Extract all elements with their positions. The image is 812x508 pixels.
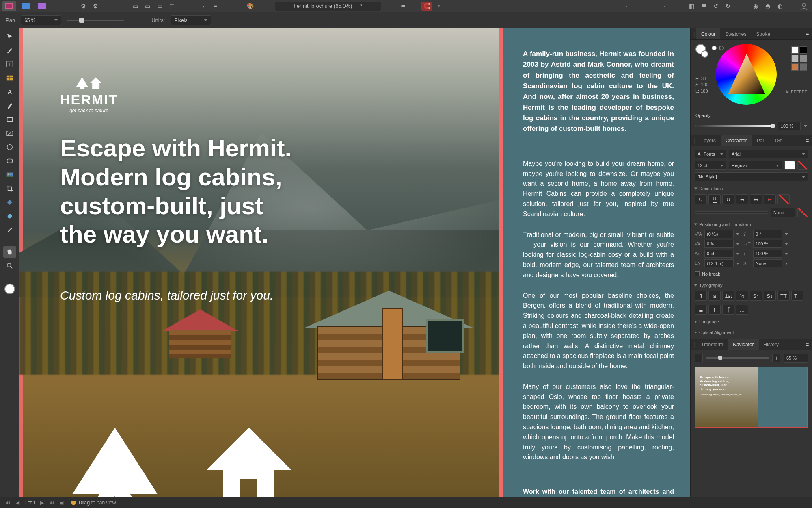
vscale-field[interactable]: 100 % [753, 250, 782, 258]
units-select[interactable]: Pixels [171, 15, 211, 25]
opacity-field[interactable]: 100 % [778, 122, 801, 130]
rectangle-tool[interactable] [3, 114, 16, 125]
hscale-field[interactable]: 100 % [753, 240, 782, 248]
colour-swatch-foreground[interactable] [3, 282, 16, 296]
double-strike-btn[interactable]: S [750, 194, 762, 204]
preview-mode-icon[interactable]: ▭ [130, 2, 140, 11]
font-size-field[interactable]: 12 pt [695, 161, 726, 170]
swatch[interactable] [791, 55, 799, 62]
panel-menu-icon[interactable]: ≡ [802, 339, 812, 350]
superscript-btn[interactable]: S↑ [750, 291, 762, 301]
typography-section[interactable]: Typography [695, 280, 808, 289]
nav-zoom-field[interactable]: 65 % [784, 354, 808, 363]
table-tool[interactable] [3, 72, 16, 84]
fields-icon[interactable]: ⬚ [166, 2, 177, 11]
font-family-select[interactable]: Arial [729, 150, 808, 158]
flip-horizontal-icon[interactable]: ◧ [686, 2, 697, 11]
move-backward-icon[interactable]: ▫ [634, 2, 645, 11]
baseline-field[interactable]: 0 pt [704, 250, 734, 258]
toggle-preflight-icon[interactable]: ♀ [198, 2, 209, 11]
position-field[interactable]: None [753, 259, 782, 267]
typo-extra-3[interactable]: ʃ [722, 305, 734, 315]
view-tool[interactable] [3, 246, 16, 258]
tab-text-styles[interactable]: TSt [769, 135, 786, 146]
stroke-selector-icon[interactable] [719, 46, 724, 50]
zoom-in-btn[interactable]: + [772, 354, 780, 362]
artistic-text-tool[interactable]: A [3, 86, 16, 98]
typo-more-btn[interactable]: … [736, 305, 748, 315]
tab-character[interactable]: Character [721, 135, 752, 146]
font-no-fill-icon[interactable] [797, 161, 808, 170]
move-back-icon[interactable]: ▫ [622, 2, 633, 11]
colour-picker-tool[interactable] [3, 224, 16, 236]
fill-selector-icon[interactable] [712, 46, 717, 50]
text-styles-icon[interactable]: ≣ [398, 2, 408, 11]
no-break-checkbox[interactable] [695, 271, 700, 276]
tab-navigator[interactable]: Navigator [728, 339, 758, 350]
ordinals-btn[interactable]: 1st [722, 291, 734, 301]
persona-designer[interactable] [19, 1, 32, 11]
stroke-colour-well[interactable] [701, 50, 708, 58]
positioning-section[interactable]: Positioning and Transform [695, 219, 808, 228]
font-fill-swatch[interactable] [784, 161, 795, 170]
swatch[interactable] [800, 46, 807, 54]
rounded-rect-tool[interactable] [3, 155, 16, 167]
clip-canvas-icon[interactable]: ▭ [142, 2, 153, 11]
preflight-status-icon[interactable]: ▣ [58, 499, 65, 506]
zoom-out-btn[interactable]: − [695, 354, 703, 362]
nav-zoom-slider[interactable] [706, 357, 769, 359]
tab-layers[interactable]: Layers [696, 135, 721, 146]
preferences-icon[interactable]: ⚙ [90, 2, 101, 11]
typo-extra-1[interactable]: ≣ [695, 305, 707, 315]
decoration-style-select[interactable]: None [771, 208, 795, 217]
pen-tool[interactable] [3, 100, 16, 111]
tab-swatches[interactable]: Swatches [720, 28, 751, 39]
zoom-select[interactable]: 65 % [21, 15, 61, 25]
vector-crop-tool[interactable] [3, 183, 16, 194]
kerning-field[interactable]: 0 ‰ [704, 240, 734, 248]
tab-paragraph[interactable]: Par [752, 135, 769, 146]
document-setup-icon[interactable]: ⚙ [78, 2, 89, 11]
baseline-icon[interactable]: ▭ [154, 2, 165, 11]
last-page-btn[interactable]: ⏭ [48, 499, 55, 506]
rotate-ccw-icon[interactable]: ↺ [710, 2, 721, 11]
fractions-btn[interactable]: ½ [736, 291, 748, 301]
snapping-icon[interactable]: 🧲 [421, 2, 432, 11]
swatch[interactable] [791, 63, 799, 71]
place-image-tool[interactable] [3, 169, 16, 180]
panel-menu-icon[interactable]: ≡ [802, 28, 812, 39]
flip-vertical-icon[interactable]: ⬒ [698, 2, 709, 11]
shear-field[interactable]: 0 ° [753, 230, 782, 238]
opacity-slider[interactable] [695, 125, 775, 127]
tab-transform[interactable]: Transform [696, 339, 728, 350]
language-section[interactable]: Language [695, 317, 808, 325]
preflight-icon[interactable]: ≡ [210, 2, 221, 11]
subscript-btn[interactable]: S↓ [764, 291, 776, 301]
first-page-btn[interactable]: ⏮ [4, 499, 11, 506]
underline-btn[interactable]: U [695, 194, 707, 204]
persona-photo[interactable] [35, 1, 49, 11]
underline-colour-btn[interactable]: U [722, 194, 734, 204]
double-underline-btn[interactable]: U [708, 194, 721, 204]
move-tool[interactable] [3, 31, 16, 42]
tab-stroke[interactable]: Stroke [751, 28, 775, 39]
intersect-op-icon[interactable]: ◐ [775, 2, 785, 11]
strike-colour-btn[interactable]: S [764, 194, 776, 204]
canvas[interactable]: HERMIT get back to nature Escape with He… [19, 28, 690, 497]
tab-colour[interactable]: Colour [696, 28, 720, 39]
subtract-op-icon[interactable]: ◓ [762, 2, 773, 11]
decorations-section[interactable]: Decorations [695, 184, 808, 192]
navigator-thumbnail[interactable]: Escape with Hermit. Modern log cabins, c… [695, 367, 808, 428]
zoom-tool[interactable] [3, 260, 16, 271]
swatch[interactable] [800, 63, 807, 71]
zoom-slider[interactable] [67, 20, 124, 21]
snapping-options-icon[interactable] [434, 2, 444, 11]
persona-publisher[interactable] [2, 1, 16, 11]
move-front-icon[interactable]: ▫ [659, 2, 669, 11]
move-forward-icon[interactable]: ▫ [646, 2, 657, 11]
tab-history[interactable]: History [759, 339, 784, 350]
font-style-select[interactable]: Regular [729, 161, 782, 170]
smallcaps-btn[interactable]: Tᴛ [791, 291, 803, 301]
text-style-select[interactable]: [No Style] [695, 172, 808, 181]
quickfx-icon[interactable]: 🎨 [242, 2, 258, 11]
